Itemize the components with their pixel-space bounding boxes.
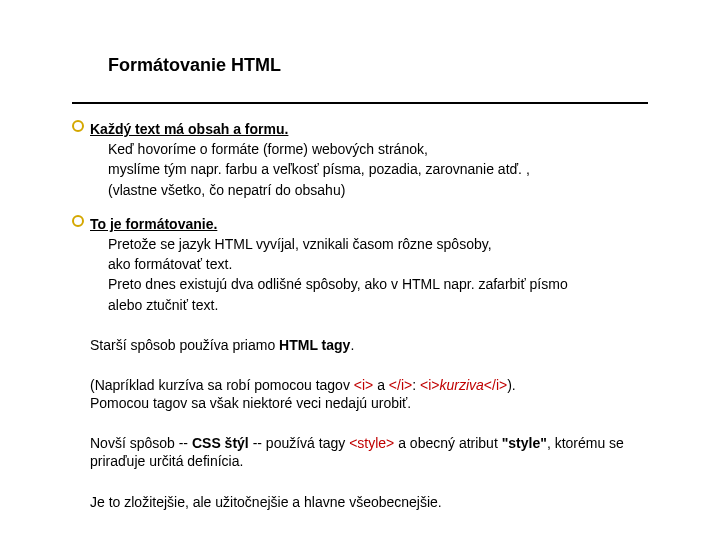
body-line: Preto dnes existujú dva odlišné spôsoby,… — [108, 275, 662, 293]
section-lead: To je formátovanie. — [90, 215, 217, 233]
body-line: myslíme tým napr. farbu a veľkosť písma,… — [108, 160, 662, 178]
tag-literal: </i> — [389, 377, 412, 393]
slide: Formátovanie HTML Každý text má obsah a … — [0, 0, 720, 540]
text: : — [412, 377, 420, 393]
paragraph: Je to zložitejšie, ale užitočnejšie a hl… — [90, 493, 662, 511]
paragraph: Novší spôsob -- CSS štýl -- používá tagy… — [90, 434, 662, 470]
tag-literal: <style> — [349, 435, 394, 451]
bullet-icon — [72, 120, 90, 132]
body-line: alebo ztučniť text. — [108, 296, 662, 314]
italic-text: kurziva — [439, 377, 483, 393]
svg-point-1 — [73, 216, 83, 226]
tag-literal: <i> — [354, 377, 373, 393]
body-line: (vlastne všetko, čo nepatrí do obsahu) — [108, 181, 662, 199]
text: a — [373, 377, 389, 393]
text: (Napríklad kurzíva sa robí pomocou tagov — [90, 377, 354, 393]
horizontal-rule — [72, 102, 648, 104]
bullet-item: Každý text má obsah a formu. — [72, 120, 662, 138]
text: . — [350, 337, 354, 353]
text: Pomocou tagov sa však niektoré veci neda… — [90, 395, 411, 411]
body-line: Pretože se jazyk HTML vyvíjal, vznikali … — [108, 235, 662, 253]
svg-point-0 — [73, 121, 83, 131]
body-line: ako formátovať text. — [108, 255, 662, 273]
bold-text: "style" — [502, 435, 547, 451]
text: ). — [507, 377, 516, 393]
slide-body: Každý text má obsah a formu. Keď hovorím… — [72, 120, 662, 517]
paragraph: (Napríklad kurzíva sa robí pomocou tagov… — [90, 376, 662, 412]
body-line: Keď hovoríme o formáte (forme) webových … — [108, 140, 662, 158]
text: Novší spôsob -- — [90, 435, 192, 451]
text: -- používá tagy — [249, 435, 349, 451]
bold-text: HTML tagy — [279, 337, 350, 353]
bullet-icon — [72, 215, 90, 227]
tag-literal: <i> — [420, 377, 439, 393]
text: a obecný atribut — [394, 435, 501, 451]
tag-literal: </i> — [484, 377, 507, 393]
bullet-item: To je formátovanie. — [72, 215, 662, 233]
slide-title: Formátovanie HTML — [108, 55, 281, 76]
section-lead: Každý text má obsah a formu. — [90, 120, 288, 138]
bold-text: CSS štýl — [192, 435, 249, 451]
paragraph: Starší spôsob používa priamo HTML tagy. — [90, 336, 662, 354]
text: Starší spôsob používa priamo — [90, 337, 279, 353]
